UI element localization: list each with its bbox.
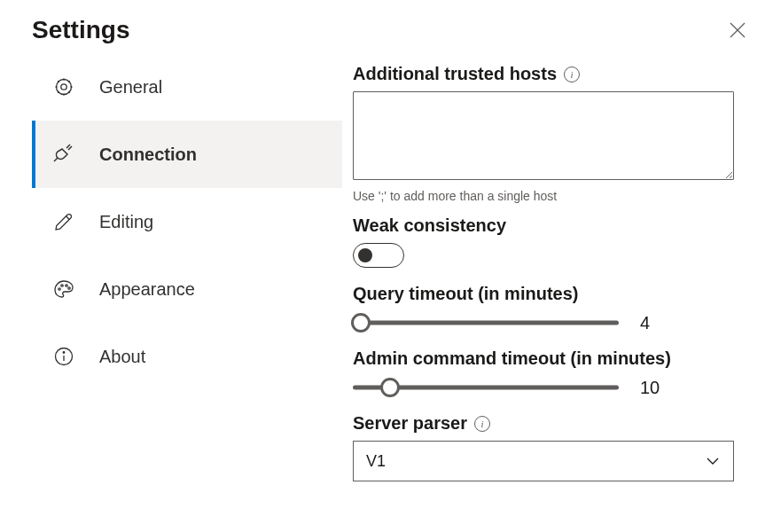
svg-line-4: [66, 216, 70, 220]
info-icon[interactable]: i: [474, 416, 490, 432]
server-parser-label: Server parser i: [353, 413, 734, 434]
sidebar-item-connection[interactable]: Connection: [32, 121, 342, 188]
dialog-body: General Connection: [32, 53, 752, 516]
sidebar-item-label: About: [99, 347, 145, 367]
trusted-hosts-hint: Use ';' to add more than a single host: [353, 189, 734, 203]
query-timeout-slider[interactable]: [353, 311, 619, 334]
svg-point-3: [57, 80, 72, 95]
sidebar-item-general[interactable]: General: [32, 53, 342, 121]
sidebar-item-appearance[interactable]: Appearance: [32, 255, 342, 323]
query-timeout-row: 4: [353, 311, 734, 334]
sidebar-item-about[interactable]: About: [32, 323, 342, 390]
svg-point-6: [61, 285, 63, 286]
slider-thumb[interactable]: [380, 378, 400, 397]
sidebar-item-label: Editing: [99, 212, 153, 232]
settings-dialog: Settings General: [0, 0, 773, 532]
dialog-title: Settings: [32, 16, 129, 44]
admin-timeout-value: 10: [640, 378, 667, 398]
info-icon: [53, 346, 74, 367]
admin-timeout-slider[interactable]: [353, 376, 619, 399]
palette-icon: [53, 278, 74, 300]
settings-content: Additional trusted hosts i Use ';' to ad…: [342, 53, 752, 516]
slider-track: [353, 321, 619, 325]
chevron-down-icon: [705, 453, 721, 469]
sidebar-item-label: Appearance: [99, 279, 195, 300]
svg-point-8: [68, 287, 70, 289]
server-parser-dropdown[interactable]: V1: [353, 441, 734, 481]
dialog-header: Settings: [32, 16, 752, 44]
admin-timeout-label: Admin command timeout (in minutes): [353, 348, 734, 369]
toggle-thumb: [358, 248, 372, 262]
close-icon: [730, 22, 746, 38]
trusted-hosts-label: Additional trusted hosts i: [353, 64, 734, 84]
pencil-icon: [53, 211, 74, 232]
slider-thumb[interactable]: [351, 313, 371, 332]
weak-consistency-label: Weak consistency: [353, 215, 734, 236]
dropdown-selected: V1: [366, 452, 386, 471]
svg-point-2: [61, 84, 66, 90]
gear-icon: [53, 76, 74, 98]
plug-icon: [53, 144, 74, 165]
sidebar-item-editing[interactable]: Editing: [32, 188, 342, 255]
trusted-hosts-input[interactable]: [353, 91, 734, 180]
svg-point-7: [66, 285, 67, 286]
admin-timeout-row: 10: [353, 376, 734, 399]
sidebar-item-label: General: [99, 77, 162, 98]
sidebar-item-label: Connection: [99, 145, 197, 165]
close-button[interactable]: [723, 16, 752, 44]
svg-point-5: [59, 288, 60, 290]
query-timeout-value: 4: [640, 313, 667, 333]
sidebar: General Connection: [32, 53, 342, 516]
query-timeout-label: Query timeout (in minutes): [353, 284, 734, 304]
weak-consistency-toggle[interactable]: [353, 243, 404, 268]
svg-point-11: [63, 352, 65, 354]
info-icon[interactable]: i: [564, 66, 580, 82]
